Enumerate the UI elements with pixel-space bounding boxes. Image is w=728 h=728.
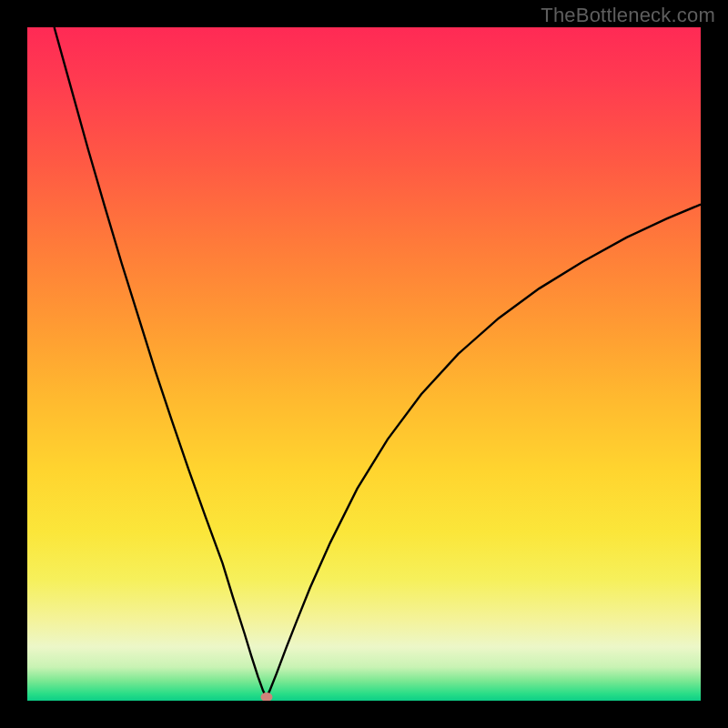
minimum-marker: [260, 693, 272, 701]
curve-right: [267, 205, 701, 698]
plot-area: [27, 27, 701, 701]
watermark-text: TheBottleneck.com: [541, 4, 715, 27]
chart-frame: TheBottleneck.com: [0, 0, 728, 728]
curve-left: [55, 27, 267, 697]
curve-svg: [27, 27, 701, 701]
